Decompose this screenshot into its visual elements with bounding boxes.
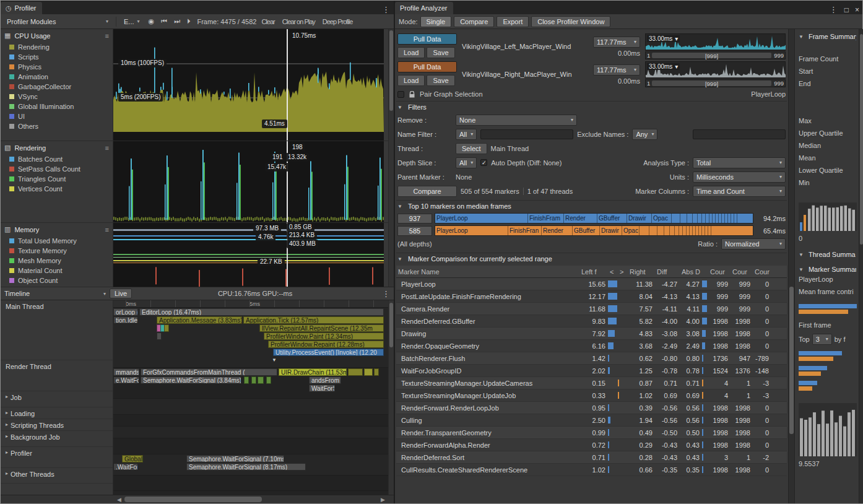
track-job[interactable] <box>113 399 388 415</box>
timeline-span[interactable] <box>348 368 363 376</box>
track-loading[interactable] <box>113 415 388 427</box>
table-row[interactable]: RenderForwardAlpha.Render0.720.29-0.430.… <box>396 439 787 451</box>
table-vertical-scrollbar[interactable] <box>788 29 794 503</box>
name-filter-scope-dropdown[interactable]: All▾ <box>456 129 477 140</box>
load-button[interactable]: Load <box>397 75 425 86</box>
column-header[interactable]: < <box>608 268 618 276</box>
slider-selection[interactable]: [999] <box>652 53 771 58</box>
table-row[interactable]: PostLateUpdate.FinishFrameRendering12.17… <box>396 290 787 303</box>
marker-segment-playerloop[interactable]: PlayerLoop <box>435 226 508 235</box>
legend-item-ui[interactable]: UI <box>1 111 113 121</box>
export-button[interactable]: Export <box>497 16 529 27</box>
track-other-threads[interactable] <box>113 476 388 491</box>
name-filter-input[interactable] <box>480 129 573 139</box>
frame-time-mini-graph[interactable]: 33.00ms▾ <box>645 33 786 51</box>
legend-item-rendering[interactable]: Rendering <box>1 42 113 52</box>
track-scripting-threads[interactable] <box>113 427 388 438</box>
marker-segment[interactable] <box>664 226 670 235</box>
timeline-span[interactable]: Utility.ProcessEvent() [Invoke] (12.20 <box>273 349 384 356</box>
timeline-span[interactable]: Semaphore.WaitForSignal (8.17ms) <box>186 463 306 471</box>
timeline-span[interactable]: UIR.DrawChain (11.53ms) <box>279 368 347 376</box>
table-row[interactable]: CullResults.CreateSharedRendererScene1.0… <box>396 464 787 476</box>
peak-value-label[interactable]: 33.00ms▾ <box>647 63 680 70</box>
table-row[interactable]: RenderDeferred.Sort0.710.28-0.430.4331-2 <box>396 451 787 464</box>
thread-label-other-threads[interactable]: ▸Other Threads <box>1 468 113 484</box>
maximize-icon[interactable]: □ <box>841 6 852 14</box>
marker-segment[interactable] <box>672 214 680 223</box>
slider-selection[interactable]: [999] <box>652 80 771 86</box>
thread-label-render-thread[interactable]: Render Thread <box>1 360 113 391</box>
rendering-chart[interactable]: 198 191 13.32k 15.47k <box>113 141 388 223</box>
frame-time-mini-graph[interactable]: 33.00ms▾ <box>645 61 786 79</box>
frame-histogram[interactable] <box>799 202 857 231</box>
close-profiler-window-button[interactable]: Close Profiler Window <box>531 16 610 27</box>
thread-label-scripting-threads[interactable]: ▸Scripting Threads <box>1 419 113 431</box>
next-frame-button[interactable]: ⏭ <box>171 17 182 25</box>
marker-histogram[interactable] <box>799 403 857 456</box>
module-header-memory[interactable]: ▥Memory≡ <box>1 223 113 236</box>
frame-summary-header[interactable]: ▼ Frame Summary <box>799 33 856 40</box>
marker-segment[interactable] <box>680 214 687 223</box>
charts-vertical-scrollbar[interactable] <box>388 29 394 287</box>
legend-item-total-used-memory[interactable]: Total Used Memory <box>1 236 113 246</box>
legend-item-global-illumination[interactable]: Global Illumination <box>1 102 113 111</box>
legend-item-material-count[interactable]: Material Count <box>1 266 113 276</box>
timeline-span[interactable]: Application.Tick (12.57ms) <box>243 316 384 324</box>
thread-label-profiler[interactable]: ▸Profiler <box>1 447 113 468</box>
timeline-span[interactable]: Semaphore.WaitForSignal (3.84ms) <box>141 376 241 384</box>
marker-segment-render[interactable]: Render <box>542 226 573 235</box>
timeline-vertical-scrollbar[interactable] <box>388 300 394 495</box>
marker-segment-opac[interactable]: Opac <box>622 226 640 235</box>
table-row[interactable]: RenderDeferred.GBuffer9.835.82-4.004.001… <box>396 315 787 328</box>
column-header[interactable]: Diff <box>655 268 680 276</box>
column-header[interactable]: Marker Name <box>396 268 579 276</box>
timeline-span[interactable]: WaitForSig <box>309 385 335 392</box>
pair-graph-checkbox[interactable] <box>397 91 404 98</box>
save-button[interactable]: Save <box>427 75 454 86</box>
timeline-span[interactable] <box>258 376 264 384</box>
timeline-span[interactable]: orLoop (1.6 <box>113 308 138 316</box>
timeline-span[interactable] <box>266 376 271 384</box>
ratio-dropdown[interactable]: Normalized▾ <box>721 238 786 250</box>
timeline-span[interactable]: ProfilerWindow.Paint (12.34ms) <box>264 332 384 340</box>
frame-range-slider[interactable]: 1[999]999 <box>645 51 786 59</box>
module-header-rendering[interactable]: ▧Rendering≡ <box>1 141 113 154</box>
table-row[interactable]: Drawing7.924.83-3.083.08199819980 <box>396 328 787 340</box>
timeline-span[interactable] <box>164 324 169 332</box>
legend-item-animation[interactable]: Animation <box>1 72 113 82</box>
timeline-span[interactable]: ForGfxCommandsFromMainThread ( <box>141 368 277 376</box>
compare-button[interactable]: Compare <box>397 186 457 197</box>
legend-item-vertices-count[interactable]: Vertices Count <box>1 184 113 194</box>
marker-segment[interactable] <box>693 214 698 223</box>
timeline-span[interactable]: .WaitForSign <box>113 463 138 471</box>
legend-item-scripts[interactable]: Scripts <box>1 52 113 62</box>
legend-item-vsync[interactable]: VSync <box>1 92 113 102</box>
frame-range-slider[interactable]: 1[999]999 <box>645 79 786 87</box>
thread-label-loading[interactable]: ▸Loading <box>1 407 113 419</box>
mode-single-button[interactable]: Single <box>420 16 452 27</box>
frame-index[interactable]: 937 <box>397 214 432 224</box>
timeline-span[interactable]: GlobalP <box>122 455 143 463</box>
legend-item-mesh-memory[interactable]: Mesh Memory <box>1 256 113 266</box>
column-header[interactable]: Left f <box>579 268 608 276</box>
target-dropdown[interactable]: E...▾ <box>120 14 144 28</box>
module-options-icon[interactable]: ≡ <box>105 32 109 40</box>
timeline-span[interactable]: tion.Idle (1 <box>113 316 138 324</box>
marker-segment-render[interactable]: Render <box>564 214 597 223</box>
legend-item-texture-memory[interactable]: Texture Memory <box>1 246 113 256</box>
timeline-span[interactable]: ▼ <box>272 357 279 364</box>
peak-value-label[interactable]: 33.00ms▾ <box>647 35 680 42</box>
marker-segment[interactable] <box>687 214 693 223</box>
thread-label-main-thread[interactable]: Main Thread <box>1 300 113 360</box>
timeline-span[interactable]: llView.RepaintAll.RepaintScene (12.35m <box>259 324 384 332</box>
load-button[interactable]: Load <box>397 47 425 58</box>
thread-label-background-job[interactable]: ▸Background Job <box>1 431 113 447</box>
column-header[interactable]: Cour <box>731 268 753 276</box>
table-row[interactable]: Render.OpaqueGeometry6.163.68-2.492.4919… <box>396 340 787 352</box>
legend-item-others[interactable]: Others <box>1 121 113 131</box>
auto-depth-checkbox[interactable]: ✓ <box>480 159 487 166</box>
timeline-span[interactable]: Application.Message (3.83ms) <box>157 316 242 324</box>
remove-dropdown[interactable]: None▾ <box>456 115 577 126</box>
tab-profile-analyzer[interactable]: Profile Analyzer <box>395 2 453 14</box>
table-row[interactable]: Culling2.501.94-0.560.56199819980 <box>396 414 787 427</box>
